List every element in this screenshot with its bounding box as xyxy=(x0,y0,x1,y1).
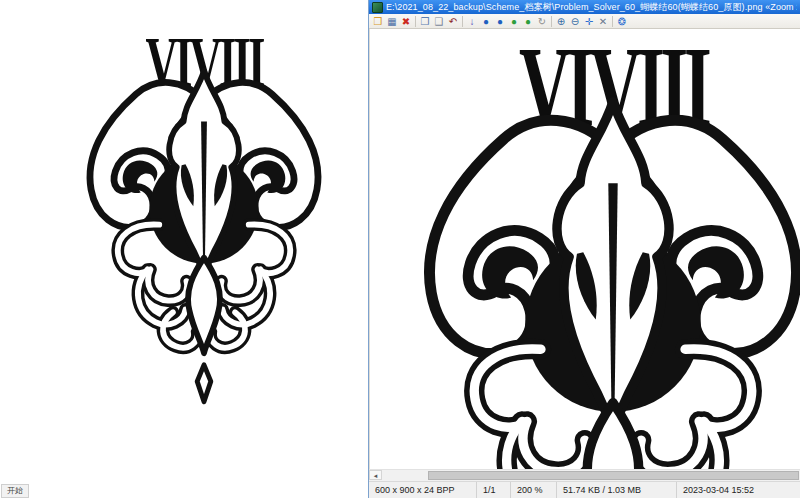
nav-prev-button[interactable]: ● xyxy=(493,15,507,28)
nav-first-button[interactable]: ● xyxy=(479,15,493,28)
toolbar-separator xyxy=(612,16,613,27)
scrollbar-thumb[interactable] xyxy=(428,471,799,480)
window-title: E:\2021_08_22_backup\Scheme_档案树\Problem_… xyxy=(386,1,797,14)
toolbar-separator xyxy=(415,16,416,27)
status-timestamp: 2023-03-04 15:52 xyxy=(677,482,762,498)
toolbar: ❒▦✖❐❑↶↓●●●●↻⊕⊖✛✕❂ xyxy=(369,14,800,29)
copy-button[interactable]: ❐ xyxy=(418,15,432,28)
zoom-out-button[interactable]: ⊖ xyxy=(568,15,582,28)
about-button[interactable]: ❂ xyxy=(615,15,629,28)
status-zoom: 200 % xyxy=(511,482,557,498)
app-icon xyxy=(372,2,383,13)
start-button[interactable]: 开始 xyxy=(1,484,29,498)
window-titlebar[interactable]: E:\2021_08_22_backup\Scheme_档案树\Problem_… xyxy=(369,0,800,14)
resize-button[interactable]: ✕ xyxy=(596,15,610,28)
slideshow-button[interactable]: ↻ xyxy=(535,15,549,28)
open-button[interactable]: ❒ xyxy=(371,15,385,28)
screen: 开始 E:\2021_08_22_backup\Scheme_档案树\Probl… xyxy=(0,0,800,498)
save-button[interactable]: ▦ xyxy=(385,15,399,28)
horizontal-scrollbar[interactable]: ◂ xyxy=(369,469,800,481)
scroll-left-arrow-icon[interactable]: ◂ xyxy=(369,470,382,480)
status-index: 1/1 xyxy=(477,482,511,498)
nav-next-button[interactable]: ● xyxy=(507,15,521,28)
nav-last-button[interactable]: ● xyxy=(521,15,535,28)
statusbar: 600 x 900 x 24 BPP 1/1 200 % 51.74 KB / … xyxy=(369,481,800,498)
status-dimensions: 600 x 900 x 24 BPP xyxy=(369,482,477,498)
artwork-preview xyxy=(58,18,350,408)
toolbar-separator xyxy=(551,16,552,27)
delete-button[interactable]: ✖ xyxy=(399,15,413,28)
image-viewer-window: E:\2021_08_22_backup\Scheme_档案树\Problem_… xyxy=(368,0,800,498)
toolbar-separator xyxy=(462,16,463,27)
undo-button[interactable]: ↶ xyxy=(446,15,460,28)
artwork-zoomed[interactable] xyxy=(378,29,800,469)
status-filesize: 51.74 KB / 1.03 MB xyxy=(557,482,677,498)
image-canvas[interactable] xyxy=(369,29,800,469)
paste-button[interactable]: ❑ xyxy=(432,15,446,28)
download-arrow-button[interactable]: ↓ xyxy=(465,15,479,28)
fit-window-button[interactable]: ✛ xyxy=(582,15,596,28)
zoom-in-button[interactable]: ⊕ xyxy=(554,15,568,28)
